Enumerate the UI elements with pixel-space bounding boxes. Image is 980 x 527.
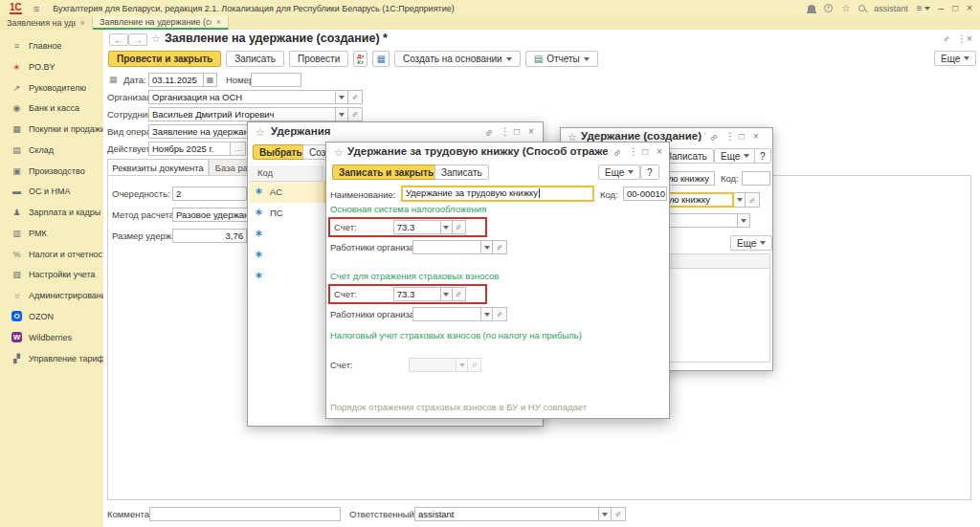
sidebar-item-manager[interactable]: ↗Руководителю [0,77,103,98]
form-more-button[interactable]: Еще [934,51,976,66]
name-field[interactable]: Удержание за трудовую книжку [401,186,594,202]
date-field[interactable]: 03.11.2025 ▦ [148,73,217,87]
dropdown-arrow-icon[interactable] [599,507,612,521]
tab-document-details[interactable]: Реквизиты документа [107,159,209,175]
sidebar-item-po-by[interactable]: ∗PO.BY [0,56,103,77]
dropdown-arrow-icon[interactable] [481,307,493,321]
open-link-icon[interactable]: ∞ [493,307,507,321]
more-button[interactable]: Еще [598,165,640,180]
window-menu-dots-icon[interactable]: ⋮ [501,126,510,137]
organization-field[interactable]: Организация на ОСН ∞ [148,90,363,104]
reports-button[interactable]: ▤Отчеты [525,51,598,67]
calendar-icon[interactable]: ▦ [204,73,217,87]
document-structure-button[interactable]: ▦ [372,51,389,67]
sidebar-item-salary-hr[interactable]: ♟Зарплата и кадры [0,202,103,222]
effective-from-field[interactable]: Ноябрь 2025 г. … [148,142,246,156]
open-link-icon[interactable]: ∞ [348,90,363,104]
window-maximize-icon[interactable]: □ [514,126,520,137]
open-link-icon[interactable]: ∞ [453,287,466,301]
sidebar-item-purchases-sales[interactable]: ▦Покупки и продажи [0,119,103,139]
responsible-field[interactable]: assistant ∞ [414,507,626,521]
window-maximize-icon[interactable]: □ [739,131,745,142]
code-field[interactable] [742,171,770,186]
window-menu-dots-icon[interactable]: ⋮ [725,131,735,142]
sidebar-item-ozon[interactable]: OOZON [0,306,103,326]
get-link-icon[interactable]: ∞ [482,126,495,139]
show-postings-button[interactable]: ДтКт [353,51,368,67]
comment-field[interactable] [149,507,341,521]
tab-close-icon[interactable]: × [216,17,221,27]
history-icon[interactable] [824,4,833,12]
calc-method-field[interactable]: Разовое удержание [172,208,258,222]
window-close-icon[interactable]: × [753,131,759,142]
get-link-icon[interactable]: ∞ [707,131,720,143]
dropdown-arrow-icon[interactable] [738,213,750,228]
save-button[interactable]: Записать [226,51,284,67]
sidebar-item-accounting-settings[interactable]: ▧Настройки учета [0,264,103,284]
account-field[interactable]: 73.3 [393,287,441,301]
window-close-icon[interactable]: × [657,146,662,157]
post-and-close-button[interactable]: Провести и закрыть [108,51,221,67]
window-star-icon[interactable]: ☆ [256,126,265,139]
help-button[interactable]: ? [640,165,659,180]
sidebar-item-fixed-assets[interactable]: ▬ОС и НМА [0,181,103,201]
dropdown-arrow-icon[interactable] [441,220,453,234]
account-field[interactable]: 73.3 [393,220,441,234]
workers-field[interactable]: ∞ [412,240,507,254]
dropdown-arrow-icon[interactable] [336,90,348,104]
table-more-button[interactable]: Еще [730,235,772,251]
minimize-button[interactable]: – [939,3,945,13]
sidebar-item-taxes[interactable]: %Налоги и отчетность [0,244,103,264]
sidebar-item-warehouse[interactable]: ▤Склад [0,140,103,160]
tab-list-form[interactable]: Заявления на удержание × [0,16,93,30]
open-link-icon[interactable]: ∞ [746,192,760,208]
post-button[interactable]: Провести [289,51,348,67]
close-button[interactable]: × [967,3,972,13]
search-icon[interactable] [858,5,865,11]
sidebar-item-bank-cash[interactable]: ◉Банк и касса [0,98,103,118]
main-menu-icon[interactable]: ≡ [33,3,39,14]
open-link-icon[interactable]: ∞ [493,240,507,254]
service-menu-icon[interactable]: ≡ [917,3,930,13]
select-button[interactable]: Выбрать [253,144,309,160]
nav-back-button[interactable]: ← [109,33,128,46]
window-maximize-icon[interactable]: □ [642,146,648,157]
tab-document-form[interactable]: Заявление на удержание (создание) * × [93,16,229,30]
window-star-icon[interactable]: ☆ [334,146,344,159]
dropdown-arrow-icon[interactable] [481,240,493,254]
open-link-icon[interactable]: ∞ [453,220,466,234]
sidebar-item-tariff[interactable]: ▞Управление тарифом [0,348,103,368]
workers-field[interactable]: ∞ [412,307,507,321]
help-button[interactable]: ? [754,148,771,164]
auto-date-icon[interactable]: ▦ [109,75,118,84]
window-close-icon[interactable]: × [528,126,534,137]
sidebar-item-wildberries[interactable]: WWildberries [0,327,103,347]
dropdown-arrow-icon[interactable] [441,287,453,301]
form-close-icon[interactable]: × [967,33,972,44]
favorites-star-icon[interactable]: ☆ [841,3,850,13]
create-based-on-button[interactable]: Создать на основании [394,51,521,67]
save-and-close-button[interactable]: Записать и закрыть [332,165,440,180]
open-link-icon[interactable]: ∞ [348,107,363,121]
save-button[interactable]: Записать [434,165,489,180]
more-button[interactable]: Еще [714,148,756,164]
sidebar-item-main[interactable]: ≡Главное [0,35,103,55]
nav-forward-button[interactable]: → [128,33,147,46]
get-link-icon[interactable]: ∞ [944,34,949,43]
priority-field[interactable]: 2 [172,187,247,201]
form-menu-dots-icon[interactable]: ⋮ [957,33,967,44]
favorite-star-icon[interactable]: ☆ [151,33,161,45]
code-field[interactable]: 00-00010 [623,187,667,201]
tab-close-icon[interactable]: × [80,18,85,28]
employee-field[interactable]: Васильев Дмитрий Игоревич ∞ [148,107,363,121]
sidebar-item-administration[interactable]: ☼Администрирование [0,285,103,305]
maximize-button[interactable]: □ [952,3,958,13]
open-link-icon[interactable]: ∞ [612,507,626,521]
dropdown-arrow-icon[interactable] [734,192,746,208]
deduction-size-field[interactable]: 3,76 [172,229,247,243]
sidebar-item-rmk[interactable]: ▥РМК [0,223,103,243]
choose-period-button[interactable]: … [231,142,246,156]
dropdown-arrow-icon[interactable] [336,107,348,121]
window-menu-dots-icon[interactable]: ⋮ [629,146,638,157]
number-field[interactable] [251,73,301,87]
